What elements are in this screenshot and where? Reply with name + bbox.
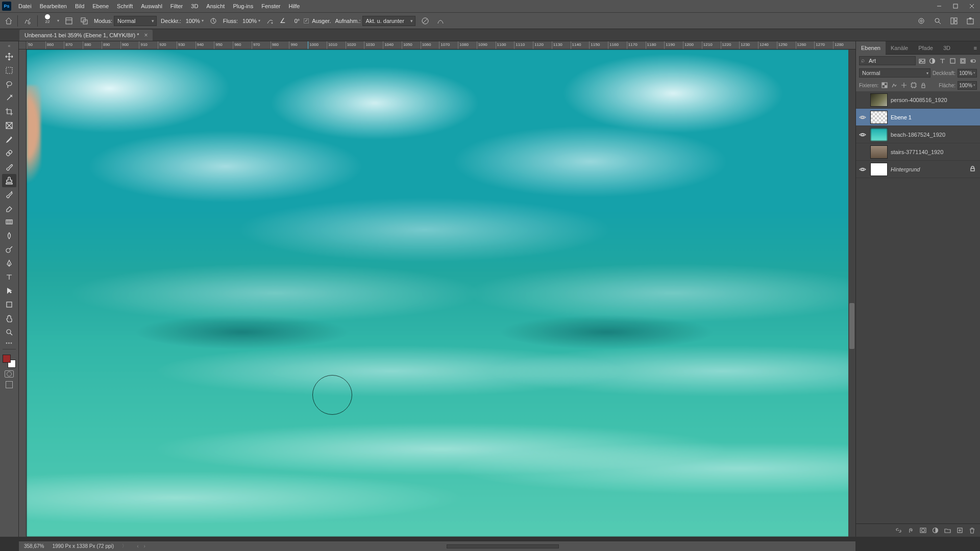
filter-shape-icon[interactable] <box>948 57 957 65</box>
layer-thumbnail[interactable] <box>870 163 888 176</box>
ignore-adjustment-icon[interactable] <box>420 15 431 27</box>
tool-preset-icon[interactable] <box>22 15 33 27</box>
timeline-nav[interactable]: ‹› <box>135 543 148 549</box>
pressure-opacity-icon[interactable] <box>208 15 219 27</box>
vertical-scrollbar[interactable] <box>848 49 855 537</box>
layer-mask-icon[interactable] <box>919 527 927 535</box>
layer-row[interactable]: stairs-3771140_1920 <box>856 143 980 161</box>
layer-thumbnail[interactable] <box>870 111 888 124</box>
lock-position-icon[interactable] <box>900 82 908 89</box>
tab-channels[interactable]: Kanäle <box>886 41 913 55</box>
history-brush-tool[interactable] <box>2 188 16 201</box>
filter-smart-icon[interactable] <box>959 57 967 65</box>
panel-menu-icon[interactable]: ≡ <box>971 45 980 51</box>
layer-name[interactable]: person-4008516_1920 <box>891 97 947 103</box>
screenmode-icon[interactable] <box>6 381 13 388</box>
visibility-icon[interactable] <box>858 147 867 157</box>
menu-bearbeiten[interactable]: Bearbeiten <box>36 3 71 9</box>
blur-tool[interactable] <box>2 229 16 242</box>
menu-3d[interactable]: 3D <box>187 3 202 9</box>
gradient-tool[interactable] <box>2 215 16 229</box>
tab-layers[interactable]: Ebenen <box>856 41 886 55</box>
quickmask-icon[interactable] <box>5 370 14 378</box>
menu-ebene[interactable]: Ebene <box>88 3 113 9</box>
move-tool[interactable] <box>2 50 16 63</box>
home-icon[interactable] <box>4 16 13 26</box>
path-select-tool[interactable] <box>2 284 16 297</box>
ruler-origin[interactable] <box>19 41 27 49</box>
delete-layer-icon[interactable] <box>968 527 976 535</box>
hand-tool[interactable] <box>2 312 16 325</box>
stamp-tool[interactable] <box>2 174 16 187</box>
layer-style-icon[interactable] <box>906 527 915 535</box>
dodge-tool[interactable] <box>2 243 16 256</box>
menu-ansicht[interactable]: Ansicht <box>202 3 229 9</box>
share-icon[interactable] <box>965 15 976 27</box>
horizontal-scrollbar[interactable] <box>447 544 559 548</box>
new-layer-icon[interactable] <box>955 527 964 535</box>
shape-tool[interactable] <box>2 298 16 311</box>
layer-filter-input[interactable] <box>859 56 916 65</box>
search-icon[interactable] <box>932 15 943 27</box>
brush-tool[interactable] <box>2 160 16 173</box>
lock-all-icon[interactable] <box>919 82 927 89</box>
layer-thumbnail[interactable] <box>870 128 888 141</box>
type-tool[interactable] <box>2 270 16 284</box>
menu-auswahl[interactable]: Auswahl <box>137 3 166 9</box>
layer-row[interactable]: Ebene 1 <box>856 109 980 126</box>
close-tab-icon[interactable]: × <box>144 32 148 39</box>
menu-datei[interactable]: Datei <box>14 3 36 9</box>
minimize-button[interactable] <box>931 0 947 12</box>
fill-value[interactable]: 100% <box>958 81 977 90</box>
marquee-tool[interactable] <box>2 64 16 77</box>
visibility-icon[interactable] <box>858 130 867 139</box>
eraser-tool[interactable] <box>2 202 16 215</box>
layer-name[interactable]: stairs-3771140_1920 <box>891 149 943 155</box>
visibility-icon[interactable] <box>858 95 867 105</box>
zoom-level[interactable]: 358,67% <box>24 543 44 549</box>
visibility-icon[interactable] <box>858 165 867 174</box>
document-tab[interactable]: Unbenannt-1 bei 359% (Ebene 1, CMYK/8#) … <box>19 30 153 41</box>
maximize-button[interactable] <box>947 0 964 12</box>
document-info[interactable]: 1990 Px x 1338 Px (72 ppi) <box>52 543 114 549</box>
layer-row[interactable]: beach-1867524_1920 <box>856 126 980 143</box>
layer-blendmode-dropdown[interactable]: Normal <box>859 68 930 78</box>
menu-hilfe[interactable]: Hilfe <box>284 3 304 9</box>
filter-type-icon[interactable] <box>938 57 946 65</box>
aligned-checkbox[interactable] <box>304 18 309 23</box>
lock-artboard-icon[interactable] <box>910 82 917 89</box>
sample-dropdown[interactable]: Akt. u. darunter <box>362 16 415 26</box>
airbrush-icon[interactable] <box>264 15 276 27</box>
horizontal-ruler[interactable]: 5086087088089090091092093094095096097098… <box>27 41 855 49</box>
layer-name[interactable]: beach-1867524_1920 <box>891 132 945 138</box>
layer-name[interactable]: Hintergrund <box>891 166 920 172</box>
menu-bild[interactable]: Bild <box>71 3 88 9</box>
layer-row[interactable]: Hintergrund <box>856 161 980 178</box>
layer-thumbnail[interactable] <box>870 145 888 159</box>
clone-source-icon[interactable] <box>79 15 90 27</box>
layer-name[interactable]: Ebene 1 <box>891 114 912 120</box>
workspace-icon[interactable] <box>948 15 960 27</box>
close-button[interactable] <box>964 0 980 12</box>
eyedropper-tool[interactable] <box>2 133 16 146</box>
wand-tool[interactable] <box>2 91 16 105</box>
group-icon[interactable] <box>943 527 951 535</box>
filter-pixel-icon[interactable] <box>918 57 926 65</box>
layer-thumbnail[interactable] <box>870 93 888 107</box>
healing-tool[interactable] <box>2 146 16 160</box>
menu-filter[interactable]: Filter <box>166 3 187 9</box>
pen-tool[interactable] <box>2 257 16 270</box>
edit-toolbar-icon[interactable]: ••• <box>6 340 13 346</box>
foreground-color[interactable] <box>3 355 11 363</box>
vertical-ruler[interactable] <box>19 49 27 537</box>
menu-plug-ins[interactable]: Plug-ins <box>229 3 257 9</box>
canvas[interactable] <box>27 49 855 537</box>
layer-filter-search[interactable] <box>859 56 916 65</box>
brush-preset-picker[interactable]: 22 <box>42 14 53 28</box>
layer-opacity-value[interactable]: 100% <box>958 69 977 78</box>
lock-transparent-icon[interactable] <box>880 82 888 89</box>
lasso-tool[interactable] <box>2 78 16 91</box>
angle-value[interactable]: 0° <box>287 18 300 24</box>
filter-toggle-icon[interactable] <box>969 57 977 65</box>
brush-panel-icon[interactable] <box>63 15 75 27</box>
